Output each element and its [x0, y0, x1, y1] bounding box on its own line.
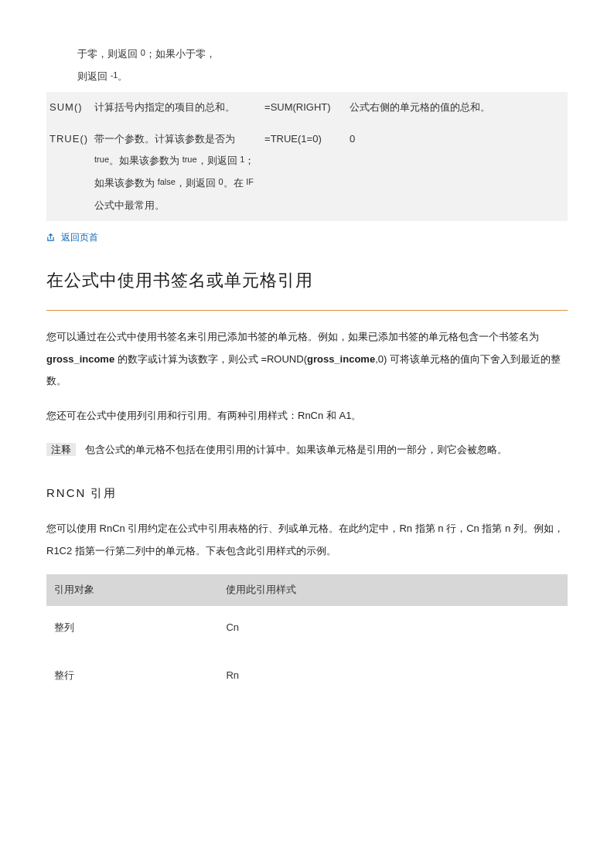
text: ；如果小于零，: [145, 48, 216, 60]
share-up-icon: [46, 233, 55, 242]
back-to-top-label: 返回页首: [61, 227, 98, 247]
text: -1: [111, 70, 118, 80]
table-header-row: 引用对象 使用此引用样式: [46, 574, 568, 606]
text: 您可以通过在公式中使用书签名来引用已添加书签的单元格。例如，如果已添加书签的单元…: [46, 331, 539, 342]
func-name: TRUE(): [46, 124, 91, 221]
table-header: 引用对象: [46, 574, 218, 606]
prev-desc-continuation: 于零，则返回 0；如果小于零， 则返回 -1。: [46, 39, 568, 92]
text: IF: [246, 177, 254, 186]
table-row: SUM() 计算括号内指定的项目的总和。 =SUM(RIGHT) 公式右侧的单元…: [46, 92, 568, 124]
text: ，则返回: [197, 155, 237, 166]
back-to-top-link[interactable]: 返回页首: [46, 227, 568, 247]
func-desc: 计算括号内指定的项目的总和。: [91, 92, 261, 124]
text: 。: [118, 70, 128, 82]
text: true: [182, 155, 197, 164]
func-name: SUM(): [46, 92, 91, 124]
func-example: =SUM(RIGHT): [261, 92, 346, 124]
text: 则返回: [77, 70, 107, 82]
table-row: 于零，则返回 0；如果小于零， 则返回 -1。: [46, 39, 568, 92]
table-row: 整行 Rn: [46, 654, 568, 703]
func-example: =TRUE(1=0): [261, 124, 346, 221]
text-bold: gross_income: [46, 353, 114, 365]
text: 包含公式的单元格不包括在使用引用的计算中。如果该单元格是引用的一部分，则它会被忽…: [85, 444, 507, 455]
divider: [46, 310, 568, 311]
formula-table: 于零，则返回 0；如果小于零， 则返回 -1。 SUM() 计算括号内指定的项目…: [46, 39, 568, 221]
paragraph: 您可以使用 RnCn 引用约定在公式中引用表格的行、列或单元格。在此约定中，Rn…: [46, 518, 568, 562]
paragraph: 您还可在公式中使用列引用和行引用。有两种引用样式：RnCn 和 A1。: [46, 405, 568, 427]
ref-object: 整行: [46, 654, 218, 703]
text: true: [94, 155, 109, 164]
subsection-heading-rncn: RNCN 引用: [46, 480, 568, 505]
note-badge: 注释: [46, 443, 76, 456]
text: ，则返回: [176, 177, 216, 189]
paragraph-note: 注释包含公式的单元格不包括在使用引用的计算中。如果该单元格是引用的一部分，则它会…: [46, 439, 568, 461]
table-header: 使用此引用样式: [218, 574, 568, 606]
func-result: 0: [346, 124, 568, 221]
text: 公式中最常用。: [94, 199, 165, 211]
document-page: 于零，则返回 0；如果小于零， 则返回 -1。 SUM() 计算括号内指定的项目…: [0, 0, 614, 734]
section-heading-bookmark-ref: 在公式中使用书签名或单元格引用: [46, 262, 568, 299]
text-bold: gross_income: [307, 353, 375, 365]
func-result: 公式右侧的单元格的值的总和。: [346, 92, 568, 124]
ref-object: 整列: [46, 606, 218, 655]
table-row: TRUE() 带一个参数。计算该参数是否为 true。如果该参数为 true，则…: [46, 124, 568, 221]
func-desc: 带一个参数。计算该参数是否为 true。如果该参数为 true，则返回 1；如果…: [91, 124, 261, 221]
text: 带一个参数。计算该参数是否为: [94, 133, 235, 145]
ref-style: Cn: [218, 606, 568, 655]
ref-style: Rn: [218, 654, 568, 703]
text: false: [158, 177, 176, 186]
text: 于零，则返回: [77, 48, 138, 60]
text: 。如果该参数为: [109, 155, 179, 166]
table-row: 整列 Cn: [46, 606, 568, 655]
text: 。在: [223, 177, 244, 189]
reference-table: 引用对象 使用此引用样式 整列 Cn 整行 Rn: [46, 574, 568, 703]
paragraph: 您可以通过在公式中使用书签名来引用已添加书签的单元格。例如，如果已添加书签的单元…: [46, 326, 568, 393]
text: 的数字或计算为该数字，则公式 =ROUND(: [114, 353, 307, 365]
